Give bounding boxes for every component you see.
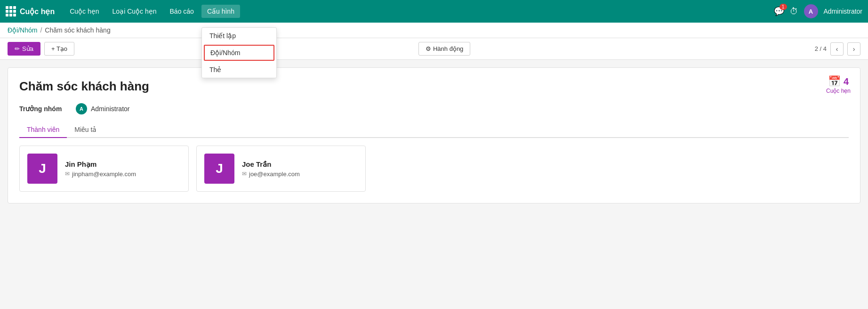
pagination-prev[interactable]: ‹ [830,42,844,56]
team-leader-label: Trưởng nhóm [19,105,76,113]
notification-badge: 1 [780,4,787,10]
create-button[interactable]: + Tạo [44,42,74,56]
member-card-1: J Joe Trần ✉ joe@example.com [196,146,366,192]
chat-icon-btn[interactable]: 💬 1 [774,6,784,16]
breadcrumb-separator: / [40,26,42,34]
nav-item-cau-hinh[interactable]: Cấu hình [201,5,240,18]
nav-item-bao-cao[interactable]: Báo cáo [164,5,200,18]
nav-item-cuoc-hen[interactable]: Cuộc hẹn [64,5,104,18]
nav-menu: Cuộc hẹn Loại Cuộc hẹn Báo cáo Cấu hình … [64,5,773,18]
breadcrumb-current: Chăm sóc khách hàng [45,26,110,34]
team-leader-avatar: A [76,103,87,114]
record-tabs: Thành viên Miêu tả [19,122,849,138]
tab-mieu-ta[interactable]: Miêu tả [67,122,104,138]
member-info-0: Jin Phạm ✉ jinpham@example.com [65,160,136,178]
brand[interactable]: Cuộc hẹn [6,6,55,16]
cau-hinh-dropdown-menu: Thiết lập Đội/Nhóm Thẻ [201,27,277,78]
action-label: ⚙ Hành động [426,45,463,52]
team-leader-field: Trưởng nhóm A Administrator [19,103,849,114]
user-name[interactable]: Administrator [824,8,862,15]
action-button[interactable]: ⚙ Hành động [418,42,470,56]
pagination-text: 2 / 4 [815,45,827,52]
app-grid-icon [6,6,16,16]
members-grid: J Jin Phạm ✉ jinpham@example.com J Joe T… [19,146,849,192]
create-label: + Tạo [51,45,67,52]
record-title: Chăm sóc khách hàng [19,79,849,94]
member-email-0: ✉ jinpham@example.com [65,171,136,178]
member-email-text-0: jinpham@example.com [72,171,136,178]
calendar-icon: 📅 [828,75,841,88]
email-icon-1: ✉ [242,171,247,177]
nav-item-cau-hinh-wrapper: Cấu hình Thiết lập Đội/Nhóm Thẻ [201,5,240,18]
clock-icon-btn[interactable]: ⏱ [790,7,798,16]
appointment-count: 4 [844,76,849,87]
tab-thanh-vien[interactable]: Thành viên [19,122,67,138]
pagination: 2 / 4 ‹ › [815,42,860,56]
edit-label: Sửa [22,45,33,52]
user-avatar[interactable]: A [804,4,818,18]
member-avatar-1: J [204,154,234,184]
member-email-1: ✉ joe@example.com [242,171,300,178]
breadcrumb-bar: Đội/Nhóm / Chăm sóc khách hàng [0,23,868,38]
dropdown-item-the[interactable]: Thẻ [202,62,276,78]
appointment-label: Cuộc hẹn [826,88,851,94]
record-card: 📅 4 Cuộc hẹn Chăm sóc khách hàng Trưởng … [8,67,860,203]
brand-name: Cuộc hẹn [20,7,55,16]
member-email-text-1: joe@example.com [249,171,300,178]
member-name-0: Jin Phạm [65,160,136,169]
member-name-1: Joe Trần [242,160,300,169]
member-info-1: Joe Trần ✉ joe@example.com [242,160,300,178]
member-card-0: J Jin Phạm ✉ jinpham@example.com [19,146,189,192]
nav-item-loai-cuoc-hen[interactable]: Loại Cuộc hẹn [107,5,162,18]
edit-button[interactable]: ✏ Sửa [8,42,40,56]
navbar: Cuộc hẹn Cuộc hẹn Loại Cuộc hẹn Báo cáo … [0,0,868,23]
navbar-right: 💬 1 ⏱ A Administrator [774,4,862,18]
appointment-badge: 📅 4 Cuộc hẹn [826,75,851,94]
team-leader-value: A Administrator [76,103,129,114]
breadcrumb-parent[interactable]: Đội/Nhóm [8,26,37,34]
email-icon-0: ✉ [65,171,70,177]
pencil-icon: ✏ [15,45,20,52]
team-leader-name: Administrator [91,105,129,113]
content-area: 📅 4 Cuộc hẹn Chăm sóc khách hàng Trưởng … [0,60,868,211]
pagination-next[interactable]: › [847,42,860,56]
member-avatar-0: J [27,154,57,184]
toolbar: ✏ Sửa + Tạo ⚙ Hành động 2 / 4 ‹ › [0,38,868,60]
card-body: Chăm sóc khách hàng Trưởng nhóm A Admini… [8,68,860,203]
dropdown-item-doi-nhom[interactable]: Đội/Nhóm [204,45,274,61]
dropdown-item-thiet-lap[interactable]: Thiết lập [202,28,276,44]
